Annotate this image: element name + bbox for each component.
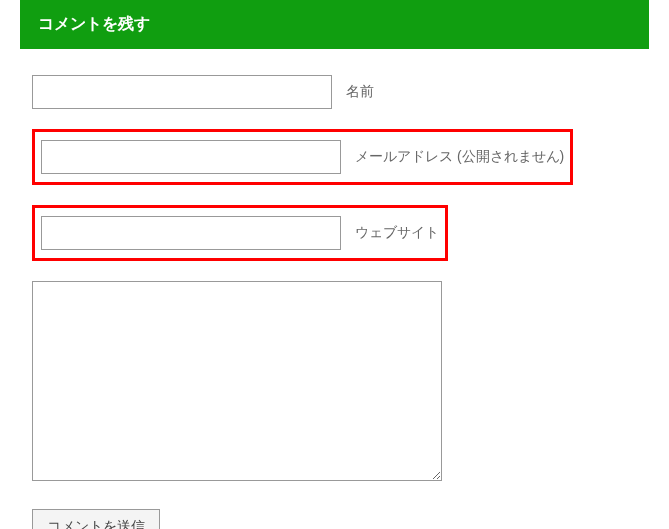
submit-button[interactable]: コメントを送信 <box>32 509 160 529</box>
email-label: メールアドレス (公開されません) <box>355 148 564 166</box>
website-label: ウェブサイト <box>355 224 439 242</box>
section-header: コメントを残す <box>20 0 649 49</box>
comment-form-container: コメントを残す 名前 メールアドレス (公開されません) ウェブサイト コメント… <box>0 0 669 529</box>
section-title: コメントを残す <box>38 15 150 32</box>
email-input[interactable] <box>41 140 341 174</box>
comment-textarea[interactable] <box>32 281 442 481</box>
website-highlight: ウェブサイト <box>32 205 448 261</box>
name-input[interactable] <box>32 75 332 109</box>
name-row: 名前 <box>32 75 649 109</box>
email-row: メールアドレス (公開されません) <box>32 129 649 185</box>
website-input[interactable] <box>41 216 341 250</box>
email-highlight: メールアドレス (公開されません) <box>32 129 573 185</box>
comment-row <box>32 281 649 485</box>
website-row: ウェブサイト <box>32 205 649 261</box>
name-label: 名前 <box>346 83 374 101</box>
submit-row: コメントを送信 <box>32 509 649 529</box>
